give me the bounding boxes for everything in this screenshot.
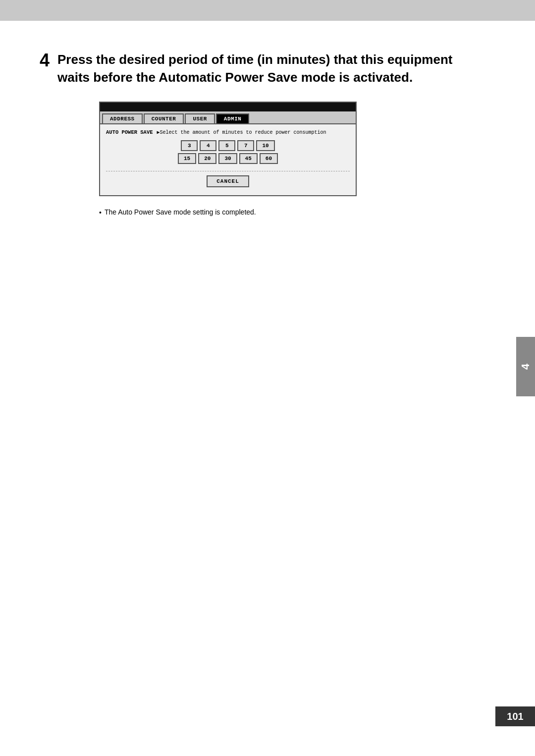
step-header: 4 Press the desired period of time (in m… [40, 51, 495, 87]
screen-topbar [100, 103, 356, 111]
cancel-button[interactable]: CANCEL [207, 175, 249, 187]
btn-4[interactable]: 4 [200, 140, 216, 151]
btn-20[interactable]: 20 [198, 153, 216, 164]
chapter-tab-number: 4 [519, 364, 532, 370]
btn-45[interactable]: 45 [239, 153, 258, 164]
btn-60[interactable]: 60 [260, 153, 278, 164]
cancel-row: CANCEL [106, 171, 350, 187]
btn-7[interactable]: 7 [237, 140, 254, 151]
num-row-2: 15 20 30 45 60 [106, 153, 350, 164]
auto-power-save-label: AUTO POWER SAVE [106, 129, 153, 135]
chapter-tab: 4 [516, 337, 535, 396]
step-number: 4 [40, 51, 50, 70]
tab-user[interactable]: USER [185, 113, 214, 123]
main-content: 4 Press the desired period of time (in m… [0, 21, 535, 246]
btn-10[interactable]: 10 [256, 140, 274, 151]
num-row-1: 3 4 5 7 10 [106, 140, 350, 151]
bullet-note: • The Auto Power Save mode setting is co… [99, 208, 495, 216]
label-row: AUTO POWER SAVE ▶Select the amount of mi… [106, 129, 350, 135]
screen-content: AUTO POWER SAVE ▶Select the amount of mi… [100, 124, 356, 195]
tab-counter[interactable]: COUNTER [144, 113, 184, 123]
bullet-icon: • [99, 209, 102, 216]
note-text: The Auto Power Save mode setting is comp… [105, 208, 256, 216]
btn-15[interactable]: 15 [178, 153, 196, 164]
btn-30[interactable]: 30 [218, 153, 237, 164]
tab-address[interactable]: ADDRESS [102, 113, 143, 123]
page-number: 101 [495, 706, 535, 726]
top-bar [0, 0, 535, 21]
auto-power-save-desc: ▶Select the amount of minutes to reduce … [157, 129, 326, 135]
tab-admin[interactable]: ADMIN [216, 113, 250, 123]
tab-row: ADDRESS COUNTER USER ADMIN [100, 111, 356, 124]
btn-5[interactable]: 5 [218, 140, 235, 151]
screen-box: ADDRESS COUNTER USER ADMIN AUTO POWER SA… [99, 102, 357, 196]
btn-3[interactable]: 3 [181, 140, 198, 151]
step-title: Press the desired period of time (in min… [57, 51, 452, 87]
